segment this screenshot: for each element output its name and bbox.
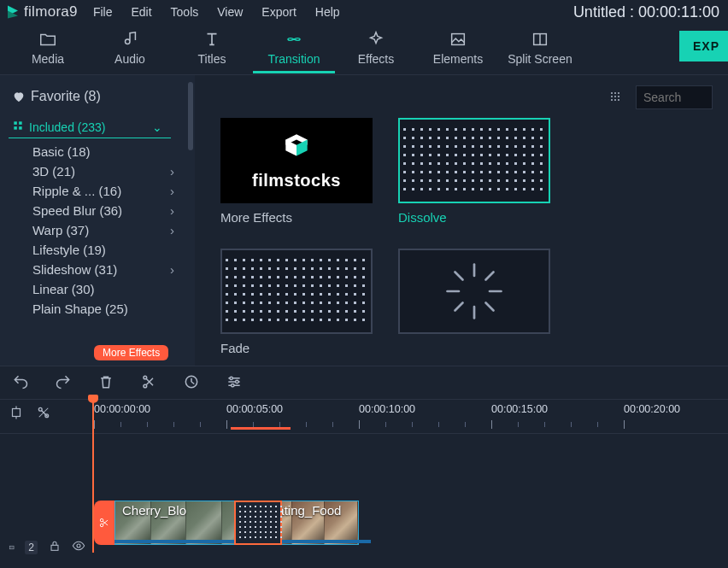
sidebar-item-6[interactable]: Slideshow (31)›: [9, 260, 195, 279]
toggle-visibility-button[interactable]: [72, 539, 85, 555]
tab-elements[interactable]: Elements: [417, 25, 499, 73]
redo-button[interactable]: [55, 373, 72, 393]
grid-small-icon: [12, 120, 24, 132]
svg-point-41: [77, 544, 80, 548]
svg-point-12: [618, 96, 619, 97]
svg-point-13: [611, 99, 613, 101]
svg-rect-3: [14, 121, 17, 125]
add-marker-button[interactable]: [9, 405, 24, 423]
category-sidebar: Favorite (8) Included (233) ⌄ Basic (18)…: [0, 75, 195, 366]
thumb-burst[interactable]: [398, 249, 550, 355]
menu-edit[interactable]: Edit: [131, 5, 151, 19]
ruler-tick: 00:00:10:00: [359, 403, 415, 415]
more-effects-badge[interactable]: More Effects: [94, 345, 168, 360]
track-tools: [0, 400, 94, 433]
export-button[interactable]: EXP: [679, 31, 728, 61]
playhead[interactable]: [92, 396, 94, 553]
timeline-ruler[interactable]: 00:00:00:0000:00:05:0000:00:10:0000:00:1…: [94, 400, 728, 433]
sidebar-item-4[interactable]: Warp (37)›: [9, 220, 195, 240]
svg-point-14: [614, 99, 616, 101]
menu-file[interactable]: File: [93, 5, 113, 19]
svg-point-11: [614, 96, 616, 97]
menu-help[interactable]: Help: [315, 5, 340, 19]
thumb-fade-label: Fade: [220, 341, 373, 355]
tab-titles-label: Titles: [198, 52, 226, 66]
thumb-dissolve[interactable]: Dissolve: [398, 118, 550, 225]
app-logo: filmora9: [5, 3, 78, 20]
sidebar-item-label: Warp (37): [32, 223, 89, 237]
sidebar-item-3[interactable]: Speed Blur (36)›: [9, 201, 195, 220]
clip-cherry-label: Cherry_Blo: [115, 501, 193, 519]
music-note-icon: [120, 30, 139, 49]
transition-on-clip[interactable]: [234, 501, 282, 545]
svg-line-22: [486, 272, 494, 280]
text-icon: [203, 30, 221, 49]
timeline-track-area[interactable]: Cherry_Blo Plating_Food: [94, 434, 728, 562]
sidebar-item-0[interactable]: Basic (18): [9, 142, 195, 161]
svg-point-9: [618, 92, 619, 94]
work-region[interactable]: [231, 427, 291, 430]
undo-button[interactable]: [12, 373, 29, 393]
menu-export[interactable]: Export: [261, 5, 296, 19]
menu-view[interactable]: View: [217, 5, 243, 19]
sidebar-item-7[interactable]: Linear (30): [9, 279, 195, 299]
svg-rect-40: [51, 545, 58, 550]
settings-button[interactable]: [226, 373, 243, 393]
svg-point-29: [236, 380, 238, 383]
tab-titles[interactable]: Titles: [171, 25, 253, 73]
image-icon: [449, 30, 467, 49]
search-input[interactable]: [636, 85, 713, 109]
ruler-tick: 00:00:00:00: [94, 403, 150, 415]
svg-point-15: [618, 99, 619, 101]
unlink-button[interactable]: [36, 405, 51, 423]
thumb-fade[interactable]: Fade: [220, 249, 373, 355]
svg-line-20: [455, 272, 463, 280]
split-icon: [531, 30, 549, 49]
thumb-dissolve-label: Dissolve: [398, 210, 550, 225]
chevron-right-icon: ›: [170, 203, 174, 218]
app-name: filmora: [24, 3, 69, 20]
split-button[interactable]: [140, 373, 157, 393]
sidebar-item-8[interactable]: Plain Shape (25): [9, 299, 195, 319]
sidebar-item-label: Speed Blur (36): [32, 203, 122, 218]
svg-rect-31: [13, 409, 21, 417]
thumb-filmstocks[interactable]: filmstocks More Effects: [220, 118, 373, 225]
chevron-down-icon: ⌄: [152, 120, 162, 134]
sidebar-item-2[interactable]: Ripple & ... (16)›: [9, 181, 195, 201]
svg-point-10: [611, 96, 613, 97]
tab-effects-label: Effects: [358, 52, 395, 66]
grid-view-icon[interactable]: [608, 90, 622, 106]
tab-splitscreen[interactable]: Split Screen: [499, 25, 581, 73]
heart-icon: [12, 90, 26, 103]
delete-button[interactable]: [97, 373, 114, 393]
filmora-logo-icon: [5, 4, 21, 20]
track-index: 2: [25, 541, 38, 554]
ruler-tick: 00:00:15:00: [491, 403, 548, 415]
category-included[interactable]: Included (233) ⌄: [9, 116, 171, 138]
favorites-row[interactable]: Favorite (8): [9, 84, 195, 116]
tab-media[interactable]: Media: [7, 25, 89, 73]
menu-bar: filmora9 File Edit Tools View Export Hel…: [0, 0, 728, 24]
filmstocks-text: filmstocks: [252, 171, 341, 190]
tab-transition[interactable]: Transition: [253, 25, 335, 73]
app-version: 9: [69, 3, 78, 20]
sidebar-item-1[interactable]: 3D (21)›: [9, 161, 195, 181]
sidebar-scrollbar[interactable]: [188, 82, 193, 150]
menu-tools[interactable]: Tools: [171, 5, 199, 19]
svg-point-26: [144, 384, 147, 388]
sidebar-item-5[interactable]: Lifestyle (19): [9, 240, 195, 260]
svg-point-34: [38, 407, 42, 411]
tab-audio[interactable]: Audio: [89, 25, 171, 73]
svg-point-30: [232, 384, 234, 386]
category-included-label: Included (233): [29, 120, 106, 134]
lock-track-button[interactable]: [48, 539, 62, 555]
tab-effects[interactable]: Effects: [335, 25, 417, 73]
svg-rect-0: [452, 34, 465, 45]
razor-handle[interactable]: [94, 501, 114, 545]
sidebar-item-label: Basic (18): [32, 144, 91, 159]
chevron-right-icon: ›: [170, 223, 174, 237]
timeline-toolbar: [0, 366, 728, 400]
speed-button[interactable]: [183, 373, 200, 393]
svg-point-8: [614, 92, 616, 94]
library-tabs: Media Audio Titles Transition Effects El…: [0, 24, 728, 75]
